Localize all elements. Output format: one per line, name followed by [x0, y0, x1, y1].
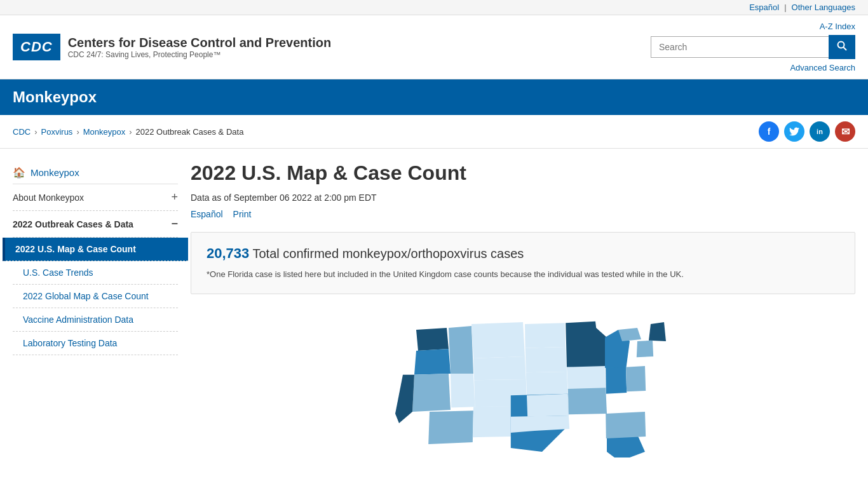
- breadcrumb-sep-3: ›: [129, 127, 132, 137]
- sidebar-sub-vaccine[interactable]: Vaccine Administration Data: [13, 308, 178, 332]
- state-nv: [412, 374, 451, 412]
- state-wa: [416, 328, 449, 351]
- sidebar-item-about[interactable]: About Monkeypox +: [13, 184, 178, 211]
- top-bar-divider: |: [784, 3, 786, 12]
- org-name: Centers for Disease Control and Preventi…: [68, 36, 332, 50]
- twitter-bird-icon: [789, 127, 799, 136]
- top-bar: Español | Other Languages: [0, 0, 868, 15]
- breadcrumb-cdc[interactable]: CDC: [13, 127, 31, 137]
- home-icon: 🏠: [13, 166, 25, 179]
- sidebar-item-outbreak[interactable]: 2022 Outbreak Cases & Data −: [13, 211, 178, 238]
- state-me: [649, 322, 666, 341]
- state-id: [449, 326, 473, 374]
- social-icons: f in ✉: [759, 121, 855, 142]
- breadcrumb-sep-2: ›: [76, 127, 79, 137]
- sidebar-sub-lab[interactable]: Laboratory Testing Data: [13, 332, 178, 355]
- email-icon[interactable]: ✉: [835, 121, 855, 142]
- state-mn: [566, 321, 607, 367]
- case-count-box: 20,733 Total confirmed monkeypox/orthopo…: [191, 232, 855, 294]
- cdc-logo: CDC: [13, 34, 60, 60]
- state-sd: [526, 347, 567, 372]
- data-date: Data as of September 06 2022 at 2:00 pm …: [191, 193, 855, 203]
- us-map-svg: [191, 307, 855, 459]
- page-title: 2022 U.S. Map & Case Count: [191, 161, 855, 185]
- svg-line-1: [844, 48, 847, 51]
- state-ut: [451, 374, 475, 407]
- header: CDC Centers for Disease Control and Prev…: [0, 15, 868, 79]
- map-area: [191, 307, 855, 459]
- content-links: Español Print: [191, 209, 855, 219]
- linkedin-icon[interactable]: in: [810, 121, 830, 142]
- state-ne-1: [637, 340, 653, 356]
- sidebar-minus-icon: −: [171, 217, 178, 231]
- state-in-oh: [626, 366, 646, 391]
- state-mi-upper: [618, 328, 641, 341]
- state-ca: [395, 374, 414, 423]
- state-ne: [526, 372, 568, 395]
- print-link[interactable]: Print: [233, 209, 252, 219]
- twitter-icon[interactable]: [784, 121, 804, 142]
- state-az: [428, 410, 473, 444]
- case-count-line: 20,733 Total confirmed monkeypox/orthopo…: [207, 245, 839, 262]
- sidebar-home-label: Monkeypox: [31, 167, 79, 178]
- search-icon: [837, 41, 847, 51]
- sidebar-item-about-label: About Monkeypox: [13, 193, 84, 203]
- header-right: A-Z Index Advanced Search: [651, 22, 855, 72]
- case-count-text: Total confirmed monkeypox/orthopoxvirus …: [253, 247, 524, 261]
- state-or: [414, 349, 451, 375]
- search-button[interactable]: [829, 35, 855, 59]
- breadcrumb-sep-1: ›: [34, 127, 37, 137]
- case-count-number: 20,733: [207, 245, 249, 261]
- state-mt: [471, 322, 525, 358]
- breadcrumb-bar: CDC › Poxvirus › Monkeypox › 2022 Outbre…: [0, 115, 868, 149]
- main-layout: 🏠 Monkeypox About Monkeypox + 2022 Outbr…: [0, 149, 868, 472]
- sidebar-plus-icon: +: [171, 191, 178, 204]
- org-tagline: CDC 24/7: Saving Lives, Protecting Peopl…: [68, 50, 332, 59]
- sidebar-sub-us-trends-label: U.S. Case Trends: [23, 268, 93, 278]
- sidebar-sub-us-map-label: 2022 U.S. Map & Case Count: [15, 244, 136, 254]
- search-area: [651, 35, 855, 59]
- state-ia: [567, 366, 606, 390]
- sidebar-sub-global-map-label: 2022 Global Map & Case Count: [23, 291, 149, 301]
- banner-title: Monkeypox: [13, 88, 97, 105]
- sidebar-sub-global-map[interactable]: 2022 Global Map & Case Count: [13, 285, 178, 308]
- state-nm: [473, 406, 512, 437]
- sidebar-sub-us-map[interactable]: 2022 U.S. Map & Case Count: [3, 238, 188, 261]
- state-ks: [527, 393, 569, 416]
- state-il: [606, 367, 627, 393]
- sidebar-sub-lab-label: Laboratory Testing Data: [23, 338, 117, 348]
- breadcrumb: CDC › Poxvirus › Monkeypox › 2022 Outbre…: [13, 127, 243, 137]
- state-wy: [473, 356, 526, 380]
- sidebar-sub-us-trends[interactable]: U.S. Case Trends: [13, 261, 178, 285]
- logo-area: CDC Centers for Disease Control and Prev…: [13, 34, 331, 60]
- breadcrumb-monkeypox[interactable]: Monkeypox: [83, 127, 125, 137]
- espanol-content-link[interactable]: Español: [191, 209, 223, 219]
- breadcrumb-current: 2022 Outbreak Cases & Data: [136, 127, 244, 137]
- advanced-search-link[interactable]: Advanced Search: [790, 63, 855, 72]
- search-input[interactable]: [651, 36, 829, 58]
- state-mo: [568, 388, 607, 414]
- sidebar-home[interactable]: 🏠 Monkeypox: [13, 161, 178, 184]
- other-languages-link[interactable]: Other Languages: [792, 3, 855, 12]
- sidebar-sub-vaccine-label: Vaccine Administration Data: [23, 315, 133, 325]
- facebook-icon[interactable]: f: [759, 121, 779, 142]
- sidebar-item-outbreak-label: 2022 Outbreak Cases & Data: [13, 219, 133, 229]
- espanol-link[interactable]: Español: [749, 3, 779, 12]
- case-count-note: *One Florida case is listed here but inc…: [207, 268, 839, 281]
- svg-point-0: [838, 42, 844, 48]
- org-name-area: Centers for Disease Control and Preventi…: [68, 36, 332, 59]
- breadcrumb-poxvirus[interactable]: Poxvirus: [41, 127, 73, 137]
- content-area: 2022 U.S. Map & Case Count Data as of Se…: [191, 161, 855, 459]
- state-se: [606, 412, 646, 438]
- sidebar: 🏠 Monkeypox About Monkeypox + 2022 Outbr…: [13, 161, 178, 459]
- az-index-link[interactable]: A-Z Index: [820, 22, 855, 31]
- blue-banner: Monkeypox: [0, 79, 868, 115]
- state-nd: [525, 323, 566, 348]
